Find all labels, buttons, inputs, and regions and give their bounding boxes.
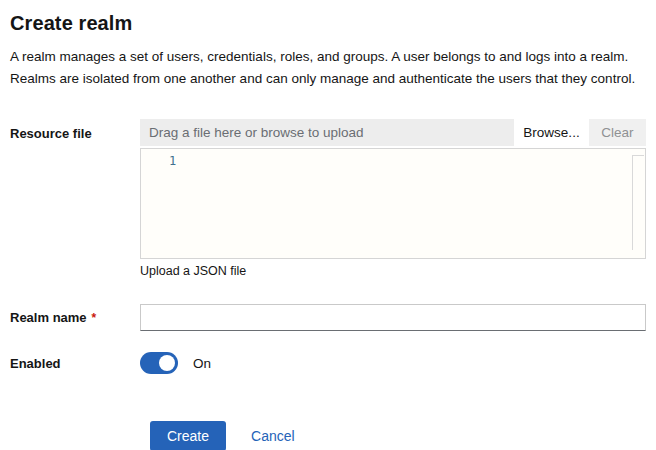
realm-name-label: Realm name — [10, 310, 87, 325]
cancel-link[interactable]: Cancel — [251, 428, 295, 444]
editor-line-number: 1 — [169, 154, 176, 168]
toggle-knob — [159, 355, 175, 371]
page-description: A realm manages a set of users, credenti… — [10, 46, 646, 90]
create-button[interactable]: Create — [150, 421, 226, 450]
realm-name-input[interactable] — [140, 304, 646, 331]
editor-scrollbar-corner — [633, 155, 644, 156]
create-realm-form: Resource file Browse... Clear 1 Upload a… — [10, 119, 646, 450]
enabled-toggle[interactable] — [140, 352, 178, 374]
enabled-row: Enabled On — [10, 352, 646, 374]
file-upload-control: Browse... Clear — [140, 119, 646, 146]
form-actions: Create Cancel — [10, 421, 646, 450]
required-indicator: * — [92, 311, 97, 325]
json-editor[interactable]: 1 — [140, 148, 646, 259]
upload-helper-text: Upload a JSON file — [140, 264, 646, 278]
enabled-label: Enabled — [10, 356, 140, 371]
resource-file-row: Resource file Browse... Clear 1 Upload a… — [10, 119, 646, 278]
create-realm-page: Create realm A realm manages a set of us… — [0, 0, 656, 450]
toggle-state-label: On — [193, 356, 211, 371]
clear-button[interactable]: Clear — [589, 119, 646, 146]
editor-scrollbar[interactable] — [632, 155, 633, 250]
file-upload-input[interactable] — [140, 119, 514, 146]
browse-button[interactable]: Browse... — [514, 119, 589, 146]
page-title: Create realm — [10, 12, 646, 35]
resource-file-label: Resource file — [10, 119, 140, 141]
realm-name-row: Realm name* — [10, 304, 646, 331]
